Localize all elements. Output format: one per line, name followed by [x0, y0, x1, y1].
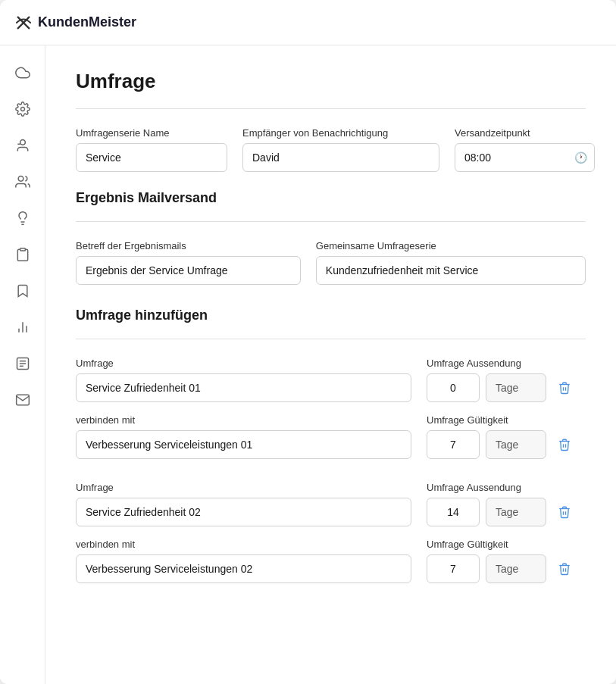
umfrage-2-group: Umfrage [76, 482, 411, 526]
sidebar-item-chart[interactable] [8, 312, 38, 342]
delete-1-gueltigkeit-button[interactable] [552, 431, 577, 458]
logo-icon [15, 14, 32, 31]
umfrage-block-1: Umfrage Umfrage Aussendung [76, 358, 586, 459]
umfrage-1-input[interactable] [76, 373, 411, 402]
delete-2-gueltigkeit-button[interactable] [552, 555, 577, 582]
gueltigkeit-2-label: Umfrage Gültigkeit [427, 539, 586, 550]
clock-icon: 🕐 [574, 151, 587, 164]
app-logo: KundenMeister [15, 14, 136, 31]
sidebar-item-user[interactable] [8, 130, 38, 161]
svg-point-3 [18, 176, 23, 182]
name-label: Umfragenserie Name [76, 127, 227, 139]
umfrage-2-label: Umfrage [76, 482, 411, 493]
subject-group: Betreff der Ergebnismails [76, 240, 301, 285]
sidebar-item-list[interactable] [8, 348, 38, 379]
subject-input[interactable] [76, 256, 301, 285]
umfrage-row-1-bottom: verbinden mit Umfrage Gültigkeit [76, 414, 586, 459]
aussendung-1-input[interactable] [427, 373, 480, 402]
verbunden-1-group: verbinden mit [76, 414, 411, 459]
aussendung-2-input[interactable] [427, 498, 480, 526]
gueltigkeit-2-input[interactable] [427, 554, 480, 583]
gueltigkeit-1-col: Umfrage Gültigkeit [427, 414, 586, 459]
delete-1-aussendung-button[interactable] [552, 374, 577, 401]
sidebar-item-clipboard[interactable] [8, 239, 38, 270]
send-time-group: Versandzeitpunkt 🕐 [455, 127, 595, 172]
umfrage-row-2-bottom: verbinden mit Umfrage Gültigkeit [76, 539, 586, 583]
aussendung-1-tage [486, 373, 546, 402]
subject-label: Betreff der Ergebnismails [76, 240, 301, 251]
svg-rect-6 [20, 248, 25, 251]
ergebnis-section: Ergebnis Mailversand Betreff der Ergebni… [76, 190, 586, 285]
name-group: Umfragenserie Name [76, 127, 227, 172]
verbunden-2-input[interactable] [76, 554, 411, 583]
ergebnis-title: Ergebnis Mailversand [76, 190, 586, 206]
gueltigkeit-2-group [427, 554, 586, 583]
name-input[interactable] [76, 143, 227, 172]
aussendung-1-col: Umfrage Aussendung [427, 358, 586, 402]
shared-input[interactable] [316, 256, 586, 285]
umfrage-row-2-top: Umfrage Umfrage Aussendung [76, 482, 586, 526]
umfrage-block-2: Umfrage Umfrage Aussendung [76, 482, 586, 583]
time-input-wrapper: 🕐 [455, 143, 595, 172]
title-divider [76, 108, 586, 109]
recipient-input[interactable] [242, 143, 439, 172]
umfrage-section-title: Umfrage hinzufügen [76, 308, 586, 323]
sidebar-item-bulb[interactable] [8, 203, 38, 233]
verbunden-1-label: verbinden mit [76, 414, 411, 426]
aussendung-1-group [427, 373, 586, 402]
verbunden-2-label: verbinden mit [76, 539, 411, 550]
aussendung-2-label: Umfrage Aussendung [427, 482, 586, 493]
gueltigkeit-1-group [427, 430, 586, 459]
page-title: Umfrage [76, 70, 586, 93]
umfrage-1-label: Umfrage [76, 358, 411, 369]
ergebnis-divider [76, 221, 586, 222]
app-window: KundenMeister [0, 0, 616, 684]
main-content: Umfrage Umfragenserie Name Empfänger von… [45, 45, 616, 684]
gueltigkeit-1-label: Umfrage Gültigkeit [427, 414, 586, 426]
gueltigkeit-2-tage [486, 554, 546, 583]
sidebar-item-cloud[interactable] [8, 58, 38, 88]
gueltigkeit-1-input[interactable] [427, 430, 480, 459]
verbunden-1-input[interactable] [76, 430, 411, 459]
svg-point-1 [20, 140, 25, 145]
recipient-group: Empfänger von Benachrichtigung [242, 127, 439, 172]
aussendung-2-group [427, 498, 586, 526]
recipient-label: Empfänger von Benachrichtigung [242, 127, 439, 139]
shared-label: Gemeinsame Umfrageserie [316, 240, 586, 251]
send-time-label: Versandzeitpunkt [455, 127, 595, 139]
sidebar-item-settings[interactable] [8, 94, 38, 124]
umfrage-1-group: Umfrage [76, 358, 411, 402]
top-form-row: Umfragenserie Name Empfänger von Benachr… [76, 127, 586, 172]
aussendung-2-tage [486, 498, 546, 526]
sidebar-item-group[interactable] [8, 167, 38, 197]
aussendung-1-label: Umfrage Aussendung [427, 358, 586, 369]
umfrage-divider [76, 339, 586, 339]
main-layout: Umfrage Umfragenserie Name Empfänger von… [0, 45, 616, 684]
app-title: KundenMeister [38, 14, 136, 30]
aussendung-2-col: Umfrage Aussendung [427, 482, 586, 526]
verbunden-2-group: verbinden mit [76, 539, 411, 583]
app-header: KundenMeister [0, 0, 616, 45]
delete-2-aussendung-button[interactable] [552, 498, 577, 526]
sidebar [0, 45, 45, 684]
umfrage-2-input[interactable] [76, 498, 411, 526]
svg-point-0 [20, 108, 24, 111]
ergebnis-row: Betreff der Ergebnismails Gemeinsame Umf… [76, 240, 586, 285]
sidebar-item-bookmark[interactable] [8, 276, 38, 306]
umfrage-section: Umfrage hinzufügen Umfrage Umfrage Ausse… [76, 308, 586, 583]
umfrage-row-1-top: Umfrage Umfrage Aussendung [76, 358, 586, 402]
shared-group: Gemeinsame Umfrageserie [316, 240, 586, 285]
gueltigkeit-1-tage [486, 430, 546, 459]
gueltigkeit-2-col: Umfrage Gültigkeit [427, 539, 586, 583]
sidebar-item-mail[interactable] [8, 385, 38, 415]
